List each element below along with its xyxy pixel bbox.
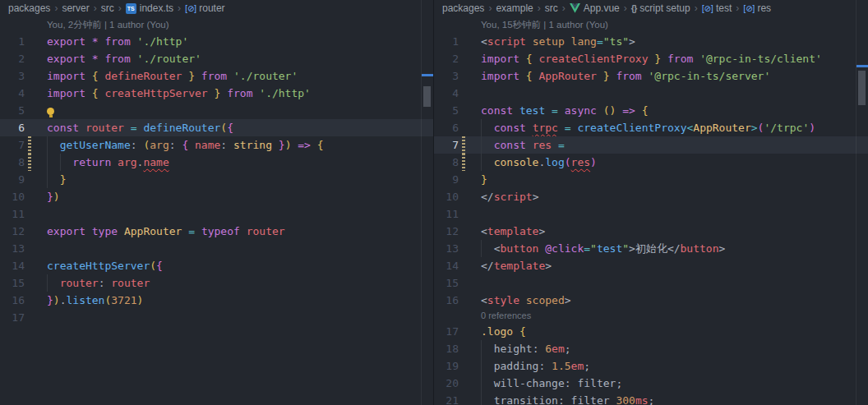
- code-token: :: [220, 139, 227, 151]
- code-token: [227, 70, 233, 82]
- code-line[interactable]: 3import { defineRouter } from './router': [0, 67, 433, 85]
- current-line[interactable]: 6const router = defineRouter({: [0, 119, 433, 136]
- code-line[interactable]: 3import { AppRouter } from '@rpc-in-ts/s…: [434, 67, 868, 85]
- code-line[interactable]: 2import { createClientProxy } from '@rpc…: [434, 50, 868, 67]
- code-token: ): [137, 294, 144, 306]
- breadcrumb-item-src[interactable]: src: [545, 2, 558, 14]
- code-area[interactable]: 1export * from './http'2export * from '.…: [0, 33, 433, 326]
- indent-guide: [481, 357, 482, 375]
- breadcrumb-item-packages[interactable]: packages: [442, 2, 484, 14]
- code-line[interactable]: 20 will-change: filter;: [434, 375, 868, 392]
- breadcrumb-item-router[interactable]: [⊘]router: [185, 2, 225, 14]
- code-line[interactable]: 18 height: 6em;: [434, 340, 868, 357]
- code-line[interactable]: 16}).listen(3721): [0, 292, 433, 309]
- code-line[interactable]: 13: [0, 240, 433, 257]
- code-line[interactable]: 14createHttpServer({: [0, 257, 433, 274]
- code-line[interactable]: 10</script>: [434, 188, 868, 205]
- breadcrumb-item-server[interactable]: server: [62, 2, 89, 14]
- breadcrumb-separator-icon: ›: [736, 2, 739, 14]
- code-token: [208, 87, 215, 99]
- code-line[interactable]: 5: [0, 102, 433, 119]
- code-line[interactable]: 11: [434, 205, 868, 223]
- code-line[interactable]: 1export * from './http': [0, 33, 433, 50]
- breadcrumb-item-script-setup[interactable]: {}script setup: [631, 2, 690, 14]
- code-line[interactable]: 17: [0, 309, 433, 326]
- current-line[interactable]: 7 const res =: [434, 136, 868, 154]
- code-line[interactable]: 4: [434, 85, 868, 102]
- code-token: import: [481, 53, 519, 65]
- code-token: =>: [298, 139, 311, 151]
- code-line[interactable]: 12<template>: [434, 223, 868, 240]
- breadcrumb-item-label: packages: [442, 2, 484, 14]
- breadcrumb-item-index-ts[interactable]: TSindex.ts: [126, 2, 173, 14]
- code-token: 初始化: [635, 242, 667, 255]
- code-token: [111, 156, 118, 168]
- code-token: [195, 225, 201, 237]
- breadcrumb-item-example[interactable]: example: [496, 2, 533, 14]
- line-number: 7: [0, 136, 25, 154]
- code-line[interactable]: 9 }: [0, 171, 433, 188]
- code-line[interactable]: 15 router: router: [0, 274, 433, 292]
- code-line[interactable]: 1<script setup lang="ts">: [434, 33, 868, 50]
- editor-pane-right[interactable]: packages›example›src›App.vue›{}script se…: [433, 0, 868, 405]
- code-line[interactable]: 8 return arg.name: [0, 154, 433, 171]
- code-line[interactable]: 9}: [434, 171, 868, 188]
- breadcrumb-item-app-vue[interactable]: App.vue: [570, 2, 620, 14]
- code-line[interactable]: 21 transition: filter 300ms;: [434, 392, 868, 405]
- code-token: router: [85, 122, 124, 134]
- code-area[interactable]: 1<script setup lang="ts">2import { creat…: [434, 33, 868, 405]
- code-line[interactable]: 5const test = async () => {: [434, 102, 868, 119]
- code-token: [526, 122, 533, 134]
- code-token: [131, 35, 137, 48]
- code-token: ;: [584, 360, 590, 372]
- code-token: }: [481, 173, 487, 186]
- code-line[interactable]: 2export * from './router': [0, 50, 433, 67]
- code-token: [272, 139, 279, 151]
- code-line[interactable]: 15: [434, 274, 868, 292]
- code-token: type: [92, 225, 118, 237]
- code-text: export * from './http': [31, 33, 188, 50]
- code-token: <: [481, 35, 487, 48]
- code-token: </: [481, 260, 494, 272]
- line-number: 4: [0, 85, 25, 102]
- overview-ruler-mark: [856, 65, 868, 67]
- breadcrumb-item-packages[interactable]: packages: [8, 2, 50, 14]
- codelens-references[interactable]: 0 references: [434, 309, 868, 323]
- code-token: [565, 35, 571, 48]
- code-line[interactable]: 13 <button @click="test">初始化</button>: [434, 240, 868, 257]
- scrollbar-thumb[interactable]: [423, 86, 431, 107]
- code-token: [519, 70, 526, 82]
- scrollbar-thumb[interactable]: [858, 71, 866, 105]
- code-line[interactable]: 11: [0, 205, 433, 223]
- code-line[interactable]: 7 getUserName: (arg: { name: string }) =…: [0, 136, 433, 154]
- line-number: 12: [434, 223, 459, 240]
- code-line[interactable]: 8 console.log(res): [434, 154, 868, 171]
- code-line[interactable]: 4import { createHttpServer } from './htt…: [0, 85, 433, 102]
- code-line[interactable]: 14</template>: [434, 257, 868, 274]
- editor-pane-left[interactable]: packages›server›src›TSindex.ts›[⊘]router…: [0, 0, 433, 405]
- code-token: async: [565, 104, 597, 117]
- code-line[interactable]: 10}): [0, 188, 433, 205]
- code-token: lang: [571, 35, 597, 48]
- code-line[interactable]: 19 padding: 1.5em;: [434, 357, 868, 375]
- code-token: ): [590, 156, 597, 168]
- code-token: }: [654, 53, 661, 65]
- code-token: [79, 122, 85, 134]
- breadcrumb-item-test[interactable]: [⊘]test: [702, 2, 732, 14]
- code-token: [545, 360, 552, 372]
- code-line[interactable]: 12export type AppRouter = typeof router: [0, 223, 433, 240]
- code-line[interactable]: 6 const trpc = createClientProxy<AppRout…: [434, 119, 868, 136]
- breadcrumb-item-src[interactable]: src: [101, 2, 114, 14]
- code-token: {: [317, 139, 324, 151]
- overview-ruler-mark: [422, 74, 433, 76]
- code-text: import { AppRouter } from '@rpc-in-ts/se…: [465, 67, 770, 85]
- code-token: padding: [494, 360, 539, 372]
- code-token: }: [279, 139, 285, 151]
- breadcrumb-item-res[interactable]: [⊘]res: [743, 2, 771, 14]
- code-token: [481, 394, 494, 405]
- code-line[interactable]: 17.logo {: [434, 323, 868, 340]
- code-line[interactable]: 16<style scoped>: [434, 292, 868, 309]
- line-number: 15: [0, 274, 25, 292]
- quick-fix-lightbulb-icon[interactable]: [47, 108, 54, 115]
- code-token: </: [481, 191, 494, 203]
